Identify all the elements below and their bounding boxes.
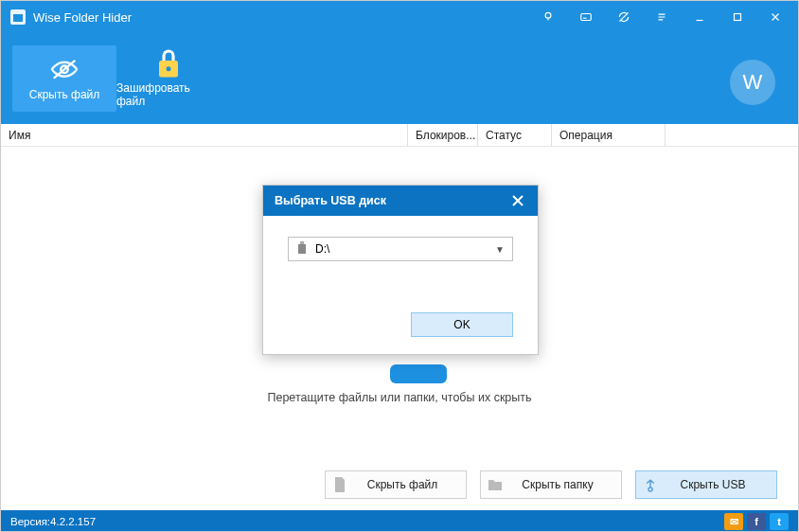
app-title: Wise Folder Hider bbox=[33, 10, 132, 25]
usb-dialog: Выбрать USB диск D:\ ▼ OK bbox=[262, 185, 539, 355]
svg-point-7 bbox=[167, 66, 171, 71]
message-icon[interactable] bbox=[567, 1, 605, 33]
version-label: Версия: bbox=[10, 516, 50, 527]
col-operation[interactable]: Операция bbox=[552, 124, 666, 146]
svg-rect-1 bbox=[13, 14, 23, 22]
svg-rect-10 bbox=[300, 241, 304, 244]
hide-file-button[interactable]: Скрыть файл bbox=[325, 470, 467, 499]
bottom-toolbar: Скрыть файл Скрыть папку Скрыть USB bbox=[1, 459, 798, 510]
drop-hint: Перетащите файлы или папки, чтобы их скр… bbox=[1, 391, 798, 404]
col-tail bbox=[666, 124, 798, 146]
maximize-button[interactable] bbox=[719, 1, 756, 33]
statusbar: Версия: 4.2.2.157 ✉ f t bbox=[1, 510, 798, 532]
titlebar: Wise Folder Hider bbox=[1, 1, 798, 33]
drive-icon bbox=[296, 241, 308, 257]
tab-hide-file[interactable]: Скрыть файл bbox=[12, 45, 116, 112]
col-status[interactable]: Статус bbox=[478, 124, 552, 146]
hide-usb-button[interactable]: Скрыть USB bbox=[635, 470, 777, 499]
folder-icon bbox=[481, 478, 509, 491]
minimize-button[interactable] bbox=[681, 1, 719, 33]
close-button[interactable] bbox=[756, 1, 794, 33]
feedback-icon[interactable] bbox=[529, 1, 567, 33]
dialog-title: Выбрать USB диск bbox=[275, 194, 386, 207]
dialog-ok-button[interactable]: OK bbox=[411, 312, 513, 337]
dialog-close-button[interactable] bbox=[504, 189, 532, 212]
svg-point-2 bbox=[545, 12, 551, 18]
col-name[interactable]: Имя bbox=[1, 124, 408, 146]
svg-rect-9 bbox=[298, 244, 306, 254]
version-value: 4.2.2.157 bbox=[50, 516, 96, 527]
dialog-body: D:\ ▼ OK bbox=[263, 216, 538, 354]
twitter-icon[interactable]: t bbox=[770, 513, 789, 530]
tab-hide-file-label: Скрыть файл bbox=[29, 88, 100, 101]
svg-point-8 bbox=[648, 488, 652, 491]
facebook-icon[interactable]: f bbox=[747, 513, 766, 530]
svg-rect-3 bbox=[581, 14, 592, 21]
rss-icon[interactable]: ✉ bbox=[724, 513, 743, 530]
update-icon[interactable] bbox=[605, 1, 643, 33]
app-icon bbox=[10, 9, 26, 25]
usb-icon bbox=[636, 477, 665, 492]
tab-encrypt-file-label: Зашифровать файл bbox=[116, 81, 221, 108]
file-icon bbox=[326, 477, 354, 492]
drive-combobox[interactable]: D:\ ▼ bbox=[288, 237, 513, 261]
dialog-titlebar: Выбрать USB диск bbox=[263, 186, 538, 216]
ribbon: Скрыть файл Зашифровать файл W bbox=[1, 33, 798, 124]
drop-graphic bbox=[390, 364, 447, 383]
tab-encrypt-file[interactable]: Зашифровать файл bbox=[116, 45, 221, 112]
lock-icon bbox=[154, 49, 183, 76]
svg-rect-4 bbox=[735, 14, 741, 21]
menu-icon[interactable] bbox=[643, 1, 681, 33]
hide-folder-button[interactable]: Скрыть папку bbox=[480, 470, 622, 499]
eye-slash-icon bbox=[50, 56, 79, 82]
chevron-down-icon: ▼ bbox=[495, 244, 505, 255]
drive-selected: D:\ bbox=[315, 242, 329, 256]
brand-logo: W bbox=[730, 60, 775, 105]
col-lock[interactable]: Блокиров... bbox=[408, 124, 478, 146]
column-headers: Имя Блокиров... Статус Операция bbox=[1, 124, 798, 147]
